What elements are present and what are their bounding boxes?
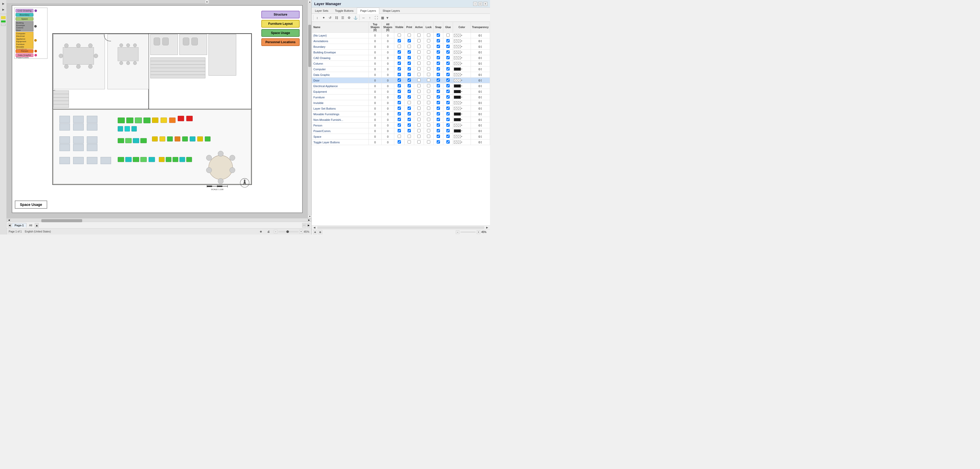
cell-glue[interactable] bbox=[443, 55, 453, 61]
cell-lock[interactable] bbox=[424, 134, 434, 139]
cell-snap[interactable] bbox=[434, 72, 443, 78]
lm-move-vert-btn[interactable]: ↑ bbox=[367, 14, 373, 21]
cell-glue[interactable] bbox=[443, 100, 453, 106]
cell-print[interactable] bbox=[404, 66, 414, 72]
cell-name[interactable]: Building Envelope bbox=[312, 49, 369, 55]
cell-snap[interactable] bbox=[434, 61, 443, 66]
print-preview-btn[interactable]: 🖨 bbox=[266, 230, 271, 234]
cell-color[interactable]: ▾ bbox=[453, 134, 471, 139]
cell-name[interactable]: Movable Furnishings bbox=[312, 112, 369, 117]
cell-print[interactable] bbox=[404, 94, 414, 100]
cell-visible[interactable] bbox=[394, 117, 404, 123]
cell-color[interactable]: ▾ bbox=[453, 117, 471, 123]
cell-glue[interactable] bbox=[443, 44, 453, 49]
cell-lock[interactable] bbox=[424, 139, 434, 145]
cell-visible[interactable] bbox=[394, 106, 404, 112]
cell-glue[interactable] bbox=[443, 83, 453, 89]
lm-zoom-in[interactable]: + bbox=[477, 230, 480, 234]
cell-snap[interactable] bbox=[434, 139, 443, 145]
cell-name[interactable]: Electrical Appliance bbox=[312, 83, 369, 89]
cell-color[interactable]: ▾ bbox=[453, 78, 471, 83]
col-snap[interactable]: Snap bbox=[434, 22, 443, 33]
cell-transparency[interactable]: 0 ▲▼ bbox=[471, 134, 490, 139]
cell-active[interactable] bbox=[414, 139, 424, 145]
cell-name[interactable]: Boundary bbox=[312, 44, 369, 49]
table-row[interactable]: Furniture 0 0 ▾ 0 ▲▼ bbox=[312, 94, 490, 100]
cell-snap[interactable] bbox=[434, 134, 443, 139]
cell-transparency[interactable]: 0 ▲▼ bbox=[471, 106, 490, 112]
cell-print[interactable] bbox=[404, 112, 414, 117]
cell-glue[interactable] bbox=[443, 123, 453, 128]
lm-link-btn[interactable]: ⛓ bbox=[333, 14, 339, 21]
canvas-wrapper[interactable]: CAD Drawing Boundary Space bbox=[6, 0, 308, 218]
cell-transparency[interactable]: 0 ▲▼ bbox=[471, 128, 490, 134]
table-row[interactable]: Toggle Layer Buttons 0 0 ▾ 0 ▲▼ bbox=[312, 139, 490, 145]
cell-name[interactable]: Equipment bbox=[312, 89, 369, 94]
cell-lock[interactable] bbox=[424, 44, 434, 49]
cell-name[interactable]: Furniture bbox=[312, 94, 369, 100]
cell-print[interactable] bbox=[404, 89, 414, 94]
cell-print[interactable] bbox=[404, 33, 414, 38]
cell-glue[interactable] bbox=[443, 106, 453, 112]
cell-snap[interactable] bbox=[434, 66, 443, 72]
cell-lock[interactable] bbox=[424, 112, 434, 117]
zoom-slider[interactable] bbox=[278, 231, 299, 233]
zoom-in-btn[interactable]: + bbox=[299, 230, 303, 233]
cell-print[interactable] bbox=[404, 123, 414, 128]
cell-color[interactable]: ▾ bbox=[453, 38, 471, 44]
cell-active[interactable] bbox=[414, 66, 424, 72]
cell-color[interactable]: ▾ bbox=[453, 61, 471, 66]
cell-transparency[interactable]: 0 ▲▼ bbox=[471, 117, 490, 123]
table-row[interactable]: Electrical Appliance 0 0 ▾ 0 ▲▼ bbox=[312, 83, 490, 89]
cell-color[interactable]: ▾ bbox=[453, 66, 471, 72]
table-row[interactable]: Door 0 0 ▾ 0 ▲▼ bbox=[312, 78, 490, 83]
cell-visible[interactable] bbox=[394, 78, 404, 83]
cell-color[interactable]: ▾ bbox=[453, 72, 471, 78]
cell-color[interactable]: ▾ bbox=[453, 128, 471, 134]
col-color[interactable]: Color bbox=[453, 22, 471, 33]
cell-name[interactable]: Space bbox=[312, 134, 369, 139]
cell-color[interactable]: ▾ bbox=[453, 123, 471, 128]
cell-snap[interactable] bbox=[434, 100, 443, 106]
next-page-btn[interactable]: ▶ bbox=[307, 223, 310, 228]
cell-visible[interactable] bbox=[394, 44, 404, 49]
cell-active[interactable] bbox=[414, 83, 424, 89]
scroll-track-h[interactable] bbox=[11, 219, 307, 222]
fit-page-btn[interactable]: ⊕ bbox=[259, 230, 263, 234]
cell-lock[interactable] bbox=[424, 83, 434, 89]
lm-zoom-slider[interactable] bbox=[460, 231, 476, 233]
lm-settings-btn[interactable]: ⚙ bbox=[346, 14, 352, 21]
maximize-btn[interactable]: □ bbox=[478, 2, 482, 6]
cell-transparency[interactable]: 0 ▲▼ bbox=[471, 89, 490, 94]
cell-glue[interactable] bbox=[443, 78, 453, 83]
cell-lock[interactable] bbox=[424, 123, 434, 128]
cell-transparency[interactable]: 0 ▲▼ bbox=[471, 139, 490, 145]
cell-lock[interactable] bbox=[424, 49, 434, 55]
lm-h-scroll-track[interactable] bbox=[317, 227, 484, 229]
cell-active[interactable] bbox=[414, 134, 424, 139]
cell-name[interactable]: Door bbox=[312, 78, 369, 83]
cell-active[interactable] bbox=[414, 49, 424, 55]
h-scrollbar[interactable]: ◀ ▶ bbox=[6, 218, 311, 222]
lm-grid-btn[interactable]: ▦ bbox=[380, 14, 386, 21]
table-row[interactable]: Movable Furnishings 0 0 ▾ 0 ▲▼ bbox=[312, 112, 490, 117]
cell-snap[interactable] bbox=[434, 128, 443, 134]
cell-color[interactable]: ▾ bbox=[453, 83, 471, 89]
cell-lock[interactable] bbox=[424, 72, 434, 78]
lm-expand-btn[interactable]: ⛶ bbox=[373, 14, 379, 21]
table-row[interactable]: Power/Comm. 0 0 ▾ 0 ▲▼ bbox=[312, 128, 490, 134]
cell-print[interactable] bbox=[404, 134, 414, 139]
page-menu-btn[interactable]: ⋯ bbox=[302, 223, 306, 228]
cell-visible[interactable] bbox=[394, 83, 404, 89]
cell-active[interactable] bbox=[414, 100, 424, 106]
cell-visible[interactable] bbox=[394, 139, 404, 145]
cell-snap[interactable] bbox=[434, 94, 443, 100]
tab-layer-sets[interactable]: Layer Sets bbox=[312, 8, 332, 14]
cell-snap[interactable] bbox=[434, 44, 443, 49]
cell-name[interactable]: Invisible bbox=[312, 100, 369, 106]
cell-active[interactable] bbox=[414, 94, 424, 100]
cell-visible[interactable] bbox=[394, 100, 404, 106]
tab-page-layers[interactable]: Page Layers bbox=[357, 8, 379, 14]
cell-print[interactable] bbox=[404, 49, 414, 55]
cell-color[interactable]: ▾ bbox=[453, 139, 471, 145]
